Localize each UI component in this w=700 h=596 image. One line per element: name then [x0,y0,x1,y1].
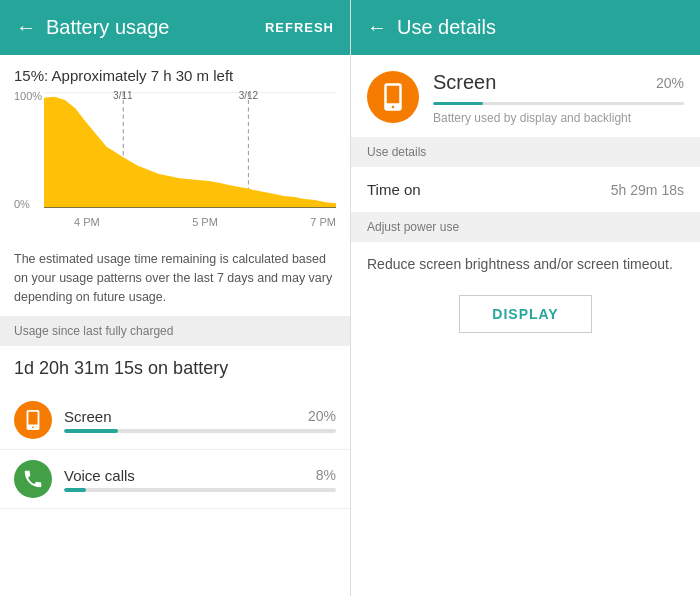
phone-icon [22,468,44,490]
detail-top: Screen 20% Battery used by display and b… [351,55,700,137]
screen-name: Screen [64,408,112,425]
right-header: ← Use details [351,0,700,55]
use-details-section-header: Use details [351,137,700,167]
voice-bar-fill [64,488,86,492]
chart-y-labels: 100% 0% [14,90,42,210]
svg-marker-4 [44,97,336,208]
detail-screen-percent: 20% [656,75,684,91]
screen-usage-top: Screen 20% [64,408,336,425]
screen-icon-circle [14,401,52,439]
chart-date-311: 3/11 [113,90,132,101]
battery-summary: 15%: Approximately 7 h 30 m left [0,55,350,90]
screen-icon [22,409,44,431]
left-panel: ← Battery usage REFRESH 15%: Approximate… [0,0,350,596]
voice-percent: 8% [316,467,336,483]
detail-title-area: Screen 20% Battery used by display and b… [433,71,684,125]
chart-x-5pm: 5 PM [192,216,218,228]
back-button-right[interactable]: ← [367,16,387,39]
left-header: ← Battery usage REFRESH [0,0,350,55]
display-button[interactable]: DISPLAY [459,295,591,333]
left-header-title: Battery usage [46,16,169,39]
voice-usage-info: Voice calls 8% [64,467,336,492]
screen-bar-fill [64,429,118,433]
description-text: The estimated usage time remaining is ca… [0,240,350,316]
detail-screen-name: Screen [433,71,496,94]
battery-on-time: 1d 20h 31m 15s on battery [0,346,350,391]
time-on-label: Time on [367,181,421,198]
time-on-row: Time on 5h 29m 18s [351,167,700,212]
refresh-button[interactable]: REFRESH [265,20,334,35]
chart-y-100: 100% [14,90,42,102]
detail-bar-fill [433,102,483,105]
chart-x-labels: 4 PM 5 PM 7 PM [44,214,336,228]
chart-x-4pm: 4 PM [74,216,100,228]
usage-item-screen[interactable]: Screen 20% [0,391,350,450]
chart-svg [44,90,336,210]
chart-y-0: 0% [14,198,42,210]
detail-name-row: Screen 20% [433,71,684,94]
detail-screen-icon-circle [367,71,419,123]
usage-section-header: Usage since last fully charged [0,316,350,346]
screen-usage-info: Screen 20% [64,408,336,433]
display-button-area: DISPLAY [351,287,700,349]
right-header-title: Use details [397,16,496,39]
chart-x-7pm: 7 PM [310,216,336,228]
battery-chart: 100% 0% 3/11 3/12 4 PM 5 PM 7 PM [0,90,350,240]
voice-usage-top: Voice calls 8% [64,467,336,484]
detail-bar-bg [433,102,684,105]
right-panel: ← Use details Screen 20% Battery used by… [350,0,700,596]
voice-bar-bg [64,488,336,492]
voice-name: Voice calls [64,467,135,484]
back-button-left[interactable]: ← [16,16,36,39]
detail-subtitle: Battery used by display and backlight [433,111,684,125]
voice-icon-circle [14,460,52,498]
adjust-text: Reduce screen brightness and/or screen t… [351,242,700,287]
adjust-section-header: Adjust power use [351,212,700,242]
screen-bar-bg [64,429,336,433]
chart-svg-area: 3/11 3/12 4 PM 5 PM 7 PM [44,90,336,220]
detail-screen-icon [378,82,408,112]
screen-percent: 20% [308,408,336,424]
left-header-left: ← Battery usage [16,16,169,39]
chart-date-312: 3/12 [239,90,258,101]
time-on-value: 5h 29m 18s [611,182,684,198]
usage-item-voice[interactable]: Voice calls 8% [0,450,350,509]
